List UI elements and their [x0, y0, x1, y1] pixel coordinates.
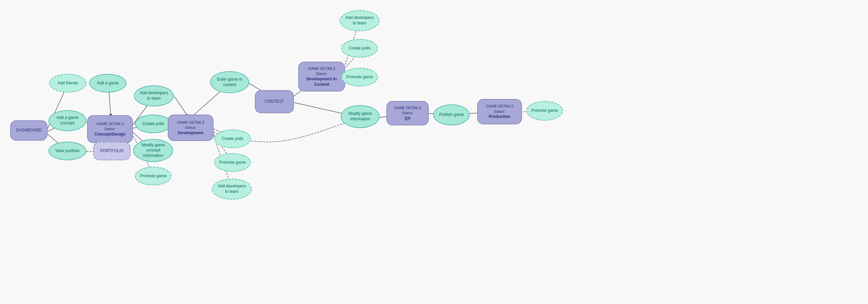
node-add-devs-dev[interactable]: Add developers to team [212, 179, 252, 200]
promote-concept-label: Promote game [140, 174, 167, 179]
enter-contest-label: Enter game in contest [214, 77, 245, 87]
node-game-details-dev[interactable]: GAME DETAILSStatus: Development [168, 115, 214, 141]
modify-game-info-label: Modify game information [345, 111, 376, 122]
node-create-polls-concept[interactable]: Create polls [135, 115, 171, 133]
node-promote-concept[interactable]: Promote game [135, 167, 171, 185]
promote-contest-label: Promote game [346, 75, 373, 80]
node-view-portfolio[interactable]: View portfolio [48, 142, 86, 160]
node-create-polls-contest[interactable]: Create polls [341, 39, 378, 58]
node-add-game[interactable]: Add a game [89, 74, 126, 93]
node-enter-contest[interactable]: Enter game in contest [210, 71, 249, 93]
node-modify-concept-info[interactable]: Modify game concept information [133, 139, 173, 162]
game-details-contest-label: GAME DETAILSStatus: Development In Conte… [303, 66, 340, 87]
node-contest[interactable]: CONTEST [255, 90, 294, 113]
dashboard-label: DASHBOARD [16, 128, 42, 133]
modify-concept-info-label: Modify game concept information [137, 143, 169, 159]
node-game-details-qa[interactable]: GAME DETAILSStatus: QA [386, 101, 429, 125]
add-devs-dev-label: Add developers to team [216, 184, 248, 194]
view-portfolio-label: View portfolio [55, 148, 80, 154]
node-add-devs-concept[interactable]: Add developers to team [134, 85, 174, 106]
node-modify-game-info[interactable]: Modify game information [341, 105, 380, 128]
promote-prod-label: Promote game [531, 108, 558, 114]
node-portfolio[interactable]: PORTFOLIO [93, 142, 130, 160]
node-add-game-concept[interactable]: Add a game concept [48, 110, 86, 131]
add-devs-concept-label: Add developers to team [138, 90, 170, 101]
game-details-concept-label: GAME DETAILSStatus: Concept/Design [95, 121, 125, 137]
node-promote-prod[interactable]: Promote game [526, 101, 563, 121]
node-create-polls-dev[interactable]: Create polls [214, 129, 251, 148]
promote-dev-label: Promote game [219, 160, 246, 165]
node-dashboard[interactable]: DASHBOARD [10, 120, 47, 141]
add-friends-label: Add friends [58, 81, 78, 86]
create-polls-dev-label: Create polls [222, 136, 243, 142]
flowchart-canvas: DASHBOARD Add friends Add a game Add a g… [0, 0, 868, 304]
node-publish-game[interactable]: Publish game [433, 104, 470, 125]
contest-label: CONTEST [265, 99, 284, 104]
create-polls-concept-label: Create polls [142, 121, 164, 127]
create-polls-contest-label: Create polls [349, 46, 370, 51]
node-promote-dev[interactable]: Promote game [214, 153, 251, 172]
node-add-devs-contest[interactable]: Add developers to team [340, 10, 380, 31]
portfolio-label: PORTFOLIO [100, 148, 123, 154]
game-details-dev-label: GAME DETAILSStatus: Development [177, 120, 204, 136]
add-devs-contest-label: Add developers to team [344, 15, 376, 26]
node-add-friends[interactable]: Add friends [49, 74, 86, 93]
game-details-qa-label: GAME DETAILSStatus: QA [394, 105, 421, 121]
node-game-details-concept[interactable]: GAME DETAILSStatus: Concept/Design [87, 115, 133, 143]
add-game-label: Add a game [97, 81, 119, 86]
game-details-prod-label: GAME DETAILSStatus: Production [486, 104, 513, 120]
node-game-details-prod[interactable]: GAME DETAILSStatus: Production [477, 99, 522, 124]
svg-line-10 [175, 97, 188, 117]
publish-game-label: Publish game [439, 112, 464, 118]
node-promote-contest[interactable]: Promote game [341, 68, 378, 86]
node-game-details-contest[interactable]: GAME DETAILSStatus: Development In Conte… [298, 62, 345, 92]
add-game-concept-label: Add a game concept [53, 115, 82, 126]
